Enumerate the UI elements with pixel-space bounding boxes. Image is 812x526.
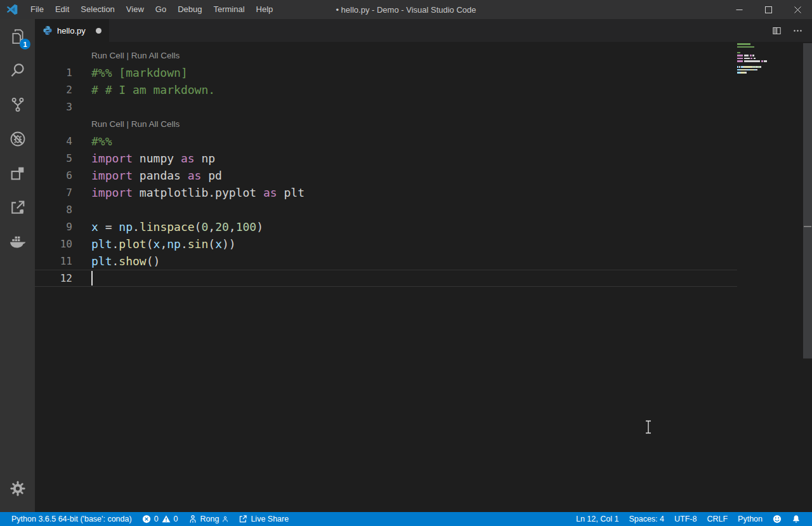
status-feedback[interactable] bbox=[768, 512, 787, 526]
status-notifications[interactable] bbox=[787, 512, 806, 526]
person-icon bbox=[188, 515, 197, 523]
code-line-5[interactable]: 5import numpy as np bbox=[35, 150, 737, 167]
line-content: plt.plot(x,np.sin(x)) bbox=[72, 237, 236, 251]
activity-item-extensions[interactable] bbox=[0, 156, 35, 190]
activity-item-explorer[interactable]: 1 bbox=[0, 19, 35, 53]
warning-icon bbox=[162, 515, 171, 523]
code-line-7[interactable]: 7import matplotlib.pyplot as plt bbox=[35, 184, 737, 201]
line-number: 7 bbox=[35, 187, 72, 199]
codelens-run-cells[interactable]: Run Cell | Run All Cells bbox=[35, 47, 737, 64]
code-line-2[interactable]: 2# # I am markdown. bbox=[35, 81, 737, 98]
search-icon bbox=[9, 62, 27, 79]
status-encoding-label: UTF-8 bbox=[674, 515, 697, 523]
code-line-6[interactable]: 6import pandas as pd bbox=[35, 167, 737, 184]
more-actions-button[interactable] bbox=[792, 25, 803, 36]
editor-actions bbox=[771, 19, 812, 42]
line-number: 10 bbox=[35, 238, 72, 250]
line-content: import numpy as np bbox=[72, 152, 215, 165]
menu-selection[interactable]: Selection bbox=[75, 0, 120, 19]
activity-item-search[interactable] bbox=[0, 53, 35, 88]
person-small-icon bbox=[222, 515, 228, 523]
activity-item-debug[interactable] bbox=[0, 122, 35, 156]
minimap-line bbox=[737, 58, 803, 60]
menu-edit[interactable]: Edit bbox=[49, 0, 75, 19]
menu-help[interactable]: Help bbox=[251, 0, 279, 19]
activity-item-settings[interactable] bbox=[0, 471, 35, 506]
status-live-share[interactable]: Live Share bbox=[233, 512, 294, 526]
status-python-interpreter[interactable]: Python 3.6.5 64-bit ('base': conda) bbox=[11, 512, 137, 526]
code-line-12[interactable]: 12 bbox=[35, 270, 737, 287]
menu-debug[interactable]: Debug bbox=[172, 0, 207, 19]
line-number: 11 bbox=[35, 255, 72, 267]
minimap-line bbox=[737, 46, 803, 48]
editor-scrollbar[interactable] bbox=[803, 42, 812, 512]
smiley-icon bbox=[773, 515, 782, 523]
text-cursor bbox=[91, 271, 93, 286]
status-cursor-position[interactable]: Ln 12, Col 1 bbox=[571, 512, 624, 526]
close-icon bbox=[793, 5, 802, 15]
overview-ruler-cursor-marker bbox=[804, 226, 811, 227]
debug-disabled-icon bbox=[9, 130, 27, 148]
status-eol-label: CRLF bbox=[707, 515, 728, 523]
minimap-line bbox=[737, 55, 803, 56]
code-line-3[interactable]: 3 bbox=[35, 98, 737, 115]
status-eol[interactable]: CRLF bbox=[702, 512, 733, 526]
minimize-icon bbox=[735, 5, 744, 15]
workbench: 1 hello.py Run Cell | Run All Cells1#%% … bbox=[0, 19, 812, 512]
line-content: # # I am markdown. bbox=[72, 83, 215, 96]
line-number: 4 bbox=[35, 135, 72, 147]
minimap[interactable] bbox=[737, 43, 803, 77]
minimap-line bbox=[737, 75, 803, 77]
activity-item-live-share[interactable] bbox=[0, 190, 35, 225]
activity-item-source-control[interactable] bbox=[0, 88, 35, 122]
bell-icon bbox=[792, 515, 801, 523]
error-icon bbox=[142, 515, 151, 523]
menu-bar: FileEditSelectionViewGoDebugTerminalHelp bbox=[25, 0, 278, 19]
status-indentation-label: Spaces: 4 bbox=[629, 515, 664, 523]
editor-lines: Run Cell | Run All Cells1#%% [markdown]2… bbox=[35, 47, 737, 287]
close-button[interactable] bbox=[783, 0, 812, 19]
tab-hello-py[interactable]: hello.py bbox=[35, 19, 109, 42]
code-line-4[interactable]: 4#%% bbox=[35, 133, 737, 150]
scrollbar-thumb[interactable] bbox=[803, 43, 812, 358]
line-number: 9 bbox=[35, 221, 72, 233]
minimap-line bbox=[737, 49, 803, 51]
status-bar-right: Ln 12, Col 1Spaces: 4UTF-8CRLFPython bbox=[571, 512, 806, 526]
line-number: 6 bbox=[35, 169, 72, 181]
code-editor[interactable]: Run Cell | Run All Cells1#%% [markdown]2… bbox=[35, 42, 812, 512]
line-number: 1 bbox=[35, 67, 72, 79]
status-encoding[interactable]: UTF-8 bbox=[669, 512, 702, 526]
docker-icon bbox=[9, 233, 27, 251]
menu-go[interactable]: Go bbox=[150, 0, 172, 19]
minimap-line bbox=[737, 52, 803, 54]
status-indentation[interactable]: Spaces: 4 bbox=[624, 512, 669, 526]
minimap-line bbox=[737, 60, 803, 62]
codelens-run-cells[interactable]: Run Cell | Run All Cells bbox=[35, 115, 737, 133]
maximize-icon bbox=[764, 5, 773, 15]
code-line-10[interactable]: 10plt.plot(x,np.sin(x)) bbox=[35, 235, 737, 253]
menu-terminal[interactable]: Terminal bbox=[207, 0, 250, 19]
status-live-share-user[interactable]: Rong bbox=[183, 512, 234, 526]
line-number: 3 bbox=[35, 101, 72, 113]
line-content: import matplotlib.pyplot as plt bbox=[72, 186, 304, 199]
modified-dot-icon[interactable] bbox=[96, 28, 102, 34]
menu-view[interactable]: View bbox=[121, 0, 150, 19]
maximize-button[interactable] bbox=[754, 0, 783, 19]
status-problems-label: 0 bbox=[174, 515, 178, 523]
tab-label: hello.py bbox=[57, 26, 86, 36]
code-line-9[interactable]: 9x = np.linspace(0,20,100) bbox=[35, 218, 737, 235]
code-line-11[interactable]: 11plt.show() bbox=[35, 253, 737, 270]
line-content: import pandas as pd bbox=[72, 169, 222, 182]
status-language-mode[interactable]: Python bbox=[733, 512, 768, 526]
minimize-button[interactable] bbox=[724, 0, 754, 19]
code-line-8[interactable]: 8 bbox=[35, 201, 737, 218]
window-controls bbox=[724, 0, 812, 19]
activity-item-docker[interactable] bbox=[0, 225, 35, 259]
status-problems[interactable]: 00 bbox=[137, 512, 183, 526]
code-line-1[interactable]: 1#%% [markdown] bbox=[35, 64, 737, 81]
menu-file[interactable]: File bbox=[25, 0, 49, 19]
line-number: 12 bbox=[35, 272, 72, 284]
minimap-line bbox=[737, 69, 803, 71]
vscode-logo-icon bbox=[6, 3, 18, 16]
split-editor-button[interactable] bbox=[771, 25, 782, 36]
